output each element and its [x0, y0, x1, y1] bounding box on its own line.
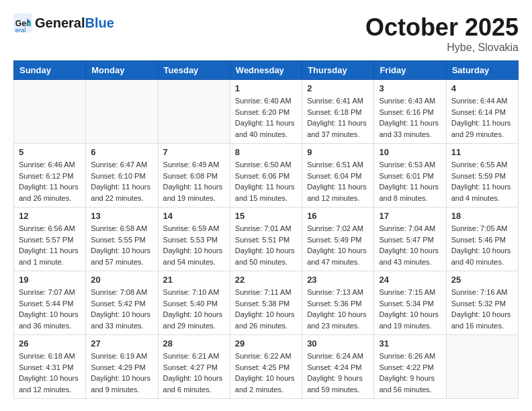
calendar-cell: 7Sunrise: 6:49 AM Sunset: 6:08 PM Daylig…: [158, 144, 230, 208]
day-number: 10: [379, 147, 441, 157]
day-number: 5: [19, 147, 81, 157]
day-number: 16: [307, 211, 369, 221]
calendar-table: SundayMondayTuesdayWednesdayThursdayFrid…: [13, 60, 519, 399]
location: Hybe, Slovakia: [365, 42, 519, 54]
logo-icon: Gen eral: [13, 13, 32, 32]
calendar-cell: 5Sunrise: 6:46 AM Sunset: 6:12 PM Daylig…: [14, 144, 86, 208]
day-number: 6: [91, 147, 152, 157]
day-number: 12: [19, 211, 81, 221]
logo-general: General: [35, 15, 85, 30]
day-info: Sunrise: 6:21 AM Sunset: 4:27 PM Dayligh…: [163, 351, 225, 395]
logo: Gen eral GeneralBlue: [13, 13, 114, 32]
calendar-cell: 9Sunrise: 6:51 AM Sunset: 6:04 PM Daylig…: [302, 144, 374, 208]
svg-marker-4: [28, 22, 32, 26]
day-number: 21: [163, 275, 225, 285]
day-number: 30: [307, 338, 369, 349]
calendar-cell: 10Sunrise: 6:53 AM Sunset: 6:01 PM Dayli…: [374, 144, 446, 208]
day-info: Sunrise: 7:10 AM Sunset: 5:40 PM Dayligh…: [163, 287, 225, 331]
week-row-5: 26Sunrise: 6:18 AM Sunset: 4:31 PM Dayli…: [14, 335, 519, 399]
calendar-cell: 15Sunrise: 7:01 AM Sunset: 5:51 PM Dayli…: [230, 208, 302, 271]
week-row-4: 19Sunrise: 7:07 AM Sunset: 5:44 PM Dayli…: [14, 271, 519, 335]
day-info: Sunrise: 6:43 AM Sunset: 6:16 PM Dayligh…: [379, 95, 441, 140]
day-info: Sunrise: 6:53 AM Sunset: 6:01 PM Dayligh…: [379, 159, 441, 203]
calendar-cell: [446, 335, 518, 399]
weekday-header-sunday: Sunday: [14, 61, 86, 80]
day-number: 14: [163, 211, 225, 221]
title-block: October 2025 Hybe, Slovakia: [365, 13, 519, 54]
day-info: Sunrise: 7:05 AM Sunset: 5:46 PM Dayligh…: [451, 223, 513, 267]
calendar-cell: 22Sunrise: 7:11 AM Sunset: 5:38 PM Dayli…: [230, 271, 302, 335]
day-number: 18: [451, 211, 513, 221]
day-number: 26: [19, 338, 81, 349]
calendar-cell: 18Sunrise: 7:05 AM Sunset: 5:46 PM Dayli…: [446, 208, 518, 271]
day-info: Sunrise: 6:59 AM Sunset: 5:53 PM Dayligh…: [163, 223, 225, 267]
day-info: Sunrise: 6:56 AM Sunset: 5:57 PM Dayligh…: [19, 223, 81, 267]
day-info: Sunrise: 6:44 AM Sunset: 6:14 PM Dayligh…: [451, 95, 513, 140]
calendar-cell: 13Sunrise: 6:58 AM Sunset: 5:55 PM Dayli…: [86, 208, 158, 271]
day-info: Sunrise: 6:47 AM Sunset: 6:10 PM Dayligh…: [91, 159, 152, 203]
weekday-header-wednesday: Wednesday: [230, 61, 302, 80]
week-row-1: 1Sunrise: 6:40 AM Sunset: 6:20 PM Daylig…: [14, 80, 519, 144]
day-number: 23: [307, 275, 369, 285]
weekday-header-saturday: Saturday: [446, 61, 518, 80]
calendar-cell: [158, 80, 230, 144]
weekday-header-friday: Friday: [374, 61, 446, 80]
calendar-cell: 12Sunrise: 6:56 AM Sunset: 5:57 PM Dayli…: [14, 208, 86, 271]
calendar-cell: [86, 80, 158, 144]
day-info: Sunrise: 7:07 AM Sunset: 5:44 PM Dayligh…: [19, 287, 81, 331]
day-number: 31: [379, 338, 441, 349]
calendar-cell: 2Sunrise: 6:41 AM Sunset: 6:18 PM Daylig…: [302, 80, 374, 144]
calendar-cell: 3Sunrise: 6:43 AM Sunset: 6:16 PM Daylig…: [374, 80, 446, 144]
day-info: Sunrise: 7:08 AM Sunset: 5:42 PM Dayligh…: [91, 287, 152, 331]
day-info: Sunrise: 7:02 AM Sunset: 5:49 PM Dayligh…: [307, 223, 369, 267]
calendar-cell: 26Sunrise: 6:18 AM Sunset: 4:31 PM Dayli…: [14, 335, 86, 399]
day-number: 20: [91, 275, 152, 285]
day-info: Sunrise: 7:01 AM Sunset: 5:51 PM Dayligh…: [235, 223, 297, 267]
day-number: 7: [163, 147, 225, 157]
calendar-cell: 27Sunrise: 6:19 AM Sunset: 4:29 PM Dayli…: [86, 335, 158, 399]
day-info: Sunrise: 6:41 AM Sunset: 6:18 PM Dayligh…: [307, 95, 369, 140]
day-info: Sunrise: 7:16 AM Sunset: 5:32 PM Dayligh…: [451, 287, 513, 331]
calendar-cell: 24Sunrise: 7:15 AM Sunset: 5:34 PM Dayli…: [374, 271, 446, 335]
day-number: 11: [451, 147, 513, 157]
day-info: Sunrise: 6:22 AM Sunset: 4:25 PM Dayligh…: [235, 351, 297, 395]
calendar-cell: 25Sunrise: 7:16 AM Sunset: 5:32 PM Dayli…: [446, 271, 518, 335]
calendar-cell: 21Sunrise: 7:10 AM Sunset: 5:40 PM Dayli…: [158, 271, 230, 335]
day-number: 8: [235, 147, 297, 157]
day-info: Sunrise: 6:18 AM Sunset: 4:31 PM Dayligh…: [19, 351, 81, 395]
day-info: Sunrise: 6:55 AM Sunset: 5:59 PM Dayligh…: [451, 159, 513, 203]
calendar-cell: 19Sunrise: 7:07 AM Sunset: 5:44 PM Dayli…: [14, 271, 86, 335]
month-title: October 2025: [365, 13, 519, 42]
day-info: Sunrise: 6:49 AM Sunset: 6:08 PM Dayligh…: [163, 159, 225, 203]
day-number: 4: [451, 83, 513, 93]
calendar-cell: 16Sunrise: 7:02 AM Sunset: 5:49 PM Dayli…: [302, 208, 374, 271]
weekday-header-monday: Monday: [86, 61, 158, 80]
day-number: 25: [451, 275, 513, 285]
weekday-header-thursday: Thursday: [302, 61, 374, 80]
day-info: Sunrise: 6:24 AM Sunset: 4:24 PM Dayligh…: [307, 351, 369, 395]
calendar-cell: 29Sunrise: 6:22 AM Sunset: 4:25 PM Dayli…: [230, 335, 302, 399]
weekday-header-row: SundayMondayTuesdayWednesdayThursdayFrid…: [14, 61, 519, 80]
day-number: 19: [19, 275, 81, 285]
day-info: Sunrise: 7:04 AM Sunset: 5:47 PM Dayligh…: [379, 223, 441, 267]
calendar-cell: 31Sunrise: 6:26 AM Sunset: 4:22 PM Dayli…: [374, 335, 446, 399]
page-header: Gen eral GeneralBlue October 2025 Hybe, …: [13, 13, 519, 54]
day-number: 9: [307, 147, 369, 157]
logo-blue: Blue: [85, 15, 114, 30]
day-number: 15: [235, 211, 297, 221]
calendar-cell: [14, 80, 86, 144]
day-number: 22: [235, 275, 297, 285]
week-row-2: 5Sunrise: 6:46 AM Sunset: 6:12 PM Daylig…: [14, 144, 519, 208]
calendar-cell: 4Sunrise: 6:44 AM Sunset: 6:14 PM Daylig…: [446, 80, 518, 144]
day-info: Sunrise: 6:51 AM Sunset: 6:04 PM Dayligh…: [307, 159, 369, 203]
calendar-cell: 6Sunrise: 6:47 AM Sunset: 6:10 PM Daylig…: [86, 144, 158, 208]
weekday-header-tuesday: Tuesday: [158, 61, 230, 80]
week-row-3: 12Sunrise: 6:56 AM Sunset: 5:57 PM Dayli…: [14, 208, 519, 271]
calendar-cell: 11Sunrise: 6:55 AM Sunset: 5:59 PM Dayli…: [446, 144, 518, 208]
day-number: 27: [91, 338, 152, 349]
day-info: Sunrise: 6:19 AM Sunset: 4:29 PM Dayligh…: [91, 351, 152, 395]
day-number: 13: [91, 211, 152, 221]
calendar-cell: 30Sunrise: 6:24 AM Sunset: 4:24 PM Dayli…: [302, 335, 374, 399]
calendar-cell: 20Sunrise: 7:08 AM Sunset: 5:42 PM Dayli…: [86, 271, 158, 335]
calendar-cell: 8Sunrise: 6:50 AM Sunset: 6:06 PM Daylig…: [230, 144, 302, 208]
